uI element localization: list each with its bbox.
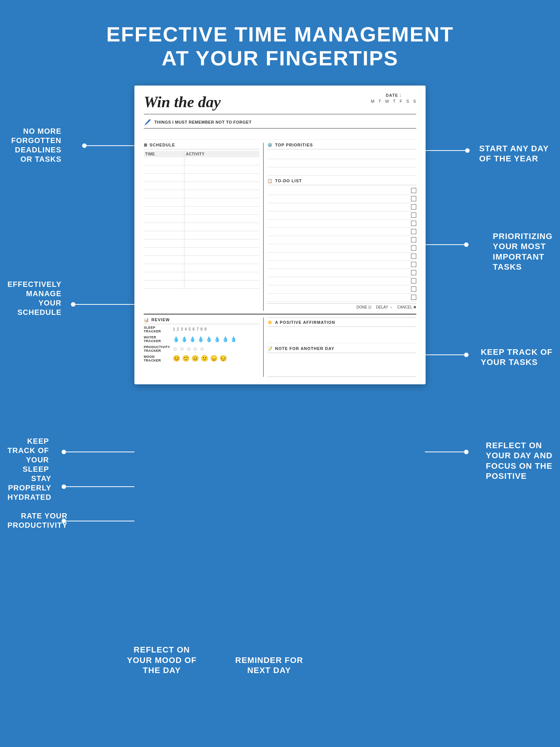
schedule-row	[144, 264, 259, 272]
todo-checkbox[interactable]	[411, 221, 416, 226]
note-content	[267, 354, 416, 377]
planner-title: Win the day	[144, 93, 221, 111]
priority-row	[267, 159, 416, 167]
todo-item	[267, 187, 416, 195]
note-header: 📝 NOTE FOR ANOTHER DAY	[267, 346, 416, 353]
todo-item	[267, 252, 416, 261]
schedule-row	[144, 280, 259, 289]
todo-checkbox[interactable]	[411, 245, 416, 251]
main-header: EFFECTIVE TIME MANAGEMENT AT YOUR FINGER…	[0, 0, 560, 86]
sleep-numbers: 123 456 789	[173, 327, 206, 331]
date-section: DATE : M T W T F S S	[371, 93, 416, 103]
todo-checkbox[interactable]	[411, 286, 416, 292]
todo-item	[267, 236, 416, 244]
water-drops: 💧 💧 💧 💧 💧 💧 💧 💧	[173, 336, 237, 342]
todo-item	[267, 211, 416, 220]
mood-tracker-row: MOOD TRACKER 😊 🙂 😐 😕 😞 😔	[144, 355, 259, 362]
todo-item	[267, 294, 416, 302]
todo-checkbox[interactable]	[411, 204, 416, 210]
priority-row	[267, 167, 416, 176]
date-days: M T W T F S S	[371, 99, 416, 103]
schedule-row	[144, 198, 259, 207]
productivity-stars: ☆ ☆ ☆ ☆ ☆	[173, 346, 205, 352]
schedule-table: TIME ACTIVITY	[144, 151, 259, 289]
affirmation-icon: ☀️	[267, 320, 273, 325]
todo-item	[267, 277, 416, 285]
todo-checkbox[interactable]	[411, 213, 416, 218]
todo-item	[267, 269, 416, 277]
schedule-row	[144, 239, 259, 248]
todo-item	[267, 261, 416, 269]
schedule-row	[144, 223, 259, 231]
todo-checkbox[interactable]	[411, 295, 416, 300]
schedule-section: ⊞ SCHEDULE TIME ACTIVITY	[144, 143, 264, 311]
sleep-tracker-row: SLEEP TRACKER 123 456 789	[144, 326, 259, 333]
top-priorities-section: ⚙️ TOP PRIORITIES	[267, 143, 416, 176]
productivity-tracker-row: PRODUCTIVITY TRACKER ☆ ☆ ☆ ☆ ☆	[144, 345, 259, 353]
planner-header: Win the day DATE : M T W T F S S	[144, 93, 416, 111]
remember-section: 🖊️ THINGS I MUST REMEMBER NOT TO FORGET	[144, 117, 416, 128]
todo-item	[267, 244, 416, 252]
annotation-reflect-mood: REFLECT ONYOUR MOOD OFTHE DAY	[127, 645, 197, 676]
review-header: 📊 REVIEW	[144, 317, 259, 324]
schedule-row	[144, 248, 259, 256]
review-right: ☀️ A POSITIVE AFFIRMATION 📝 NOTE FOR ANO…	[264, 317, 416, 377]
todo-checkbox[interactable]	[411, 229, 416, 234]
todo-checkbox[interactable]	[411, 196, 416, 201]
schedule-row	[144, 272, 259, 280]
annotation-productivity: RATE YOURPRODUCTIVITY	[7, 511, 68, 530]
priorities-icon: ⚙️	[267, 143, 273, 148]
todo-item	[267, 220, 416, 228]
annotation-no-forgotten: NO MOREFORGOTTENDEADLINESOR TASKS	[11, 127, 62, 164]
status-row: DONE ☑ DELAY → CANCEL ✖	[267, 303, 416, 311]
todo-icon: 📋	[267, 179, 273, 183]
todo-checkbox[interactable]	[411, 278, 416, 283]
annotation-reminder-next-day: REMINDER FORNEXT DAY	[235, 655, 303, 676]
todo-item	[267, 285, 416, 294]
todo-checkbox[interactable]	[411, 188, 416, 193]
planner: Win the day DATE : M T W T F S S	[134, 86, 426, 384]
todo-checkbox[interactable]	[411, 262, 416, 267]
todo-checkbox[interactable]	[411, 237, 416, 242]
schedule-row	[144, 190, 259, 198]
review-section: 📊 REVIEW SLEEP TRACKER 123 456 789	[144, 314, 416, 377]
affirmation-header: ☀️ A POSITIVE AFFIRMATION	[267, 320, 416, 327]
review-left: 📊 REVIEW SLEEP TRACKER 123 456 789	[144, 317, 264, 377]
priority-row	[267, 151, 416, 159]
affirmation-section: ☀️ A POSITIVE AFFIRMATION	[267, 317, 416, 343]
annotation-hydrated: STAYPROPERLYHYDRATED	[7, 474, 52, 502]
remember-icon: 🖊️	[144, 119, 152, 126]
annotation-sleep: KEEPTRACK OFYOURSLEEP	[7, 437, 49, 474]
todo-item	[267, 228, 416, 236]
main-content: ⊞ SCHEDULE TIME ACTIVITY	[144, 143, 416, 311]
annotation-start-any-day: START ANY DAYOF THE YEAR	[479, 143, 549, 164]
schedule-icon: ⊞	[144, 143, 147, 148]
priorities-header: ⚙️ TOP PRIORITIES	[267, 143, 416, 149]
page-container: EFFECTIVE TIME MANAGEMENT AT YOUR FINGER…	[0, 0, 560, 747]
annotation-prioritizing: PRIORITIZINGYOUR MOSTIMPORTANTTASKS	[493, 231, 553, 272]
todo-item	[267, 203, 416, 211]
todo-item	[267, 195, 416, 203]
schedule-row	[144, 157, 259, 165]
schedule-row	[144, 182, 259, 190]
main-title: EFFECTIVE TIME MANAGEMENT AT YOUR FINGER…	[7, 11, 553, 78]
annotation-keep-track-tasks: KEEP TRACK OFYOUR TASKS	[481, 347, 553, 368]
schedule-row	[144, 174, 259, 182]
todo-header: 📋 TO-DO LIST	[267, 179, 416, 185]
todo-section: 📋 TO-DO LIST DONE ☑ DELAY → CANCEL ✖	[267, 179, 416, 311]
todo-checkbox[interactable]	[411, 270, 416, 275]
schedule-header: ⊞ SCHEDULE	[144, 143, 259, 149]
schedule-row	[144, 165, 259, 174]
note-section: 📝 NOTE FOR ANOTHER DAY	[267, 346, 416, 377]
water-tracker-row: WATER TRACKER 💧 💧 💧 💧 💧 💧 💧 💧	[144, 335, 259, 343]
annotation-reflect-day: REFLECT ONYOUR DAY ANDFOCUS ON THEPOSITI…	[486, 440, 553, 481]
schedule-row	[144, 215, 259, 223]
note-icon: 📝	[267, 346, 273, 351]
annotation-manage-schedule: EFFECTIVELYMANAGEYOURSCHEDULE	[7, 280, 62, 317]
mood-faces: 😊 🙂 😐 😕 😞 😔	[173, 355, 227, 362]
right-section: ⚙️ TOP PRIORITIES 📋 TO-DO LIST	[264, 143, 416, 311]
schedule-row	[144, 207, 259, 215]
todo-checkbox[interactable]	[411, 254, 416, 259]
schedule-row	[144, 231, 259, 239]
schedule-row	[144, 256, 259, 264]
